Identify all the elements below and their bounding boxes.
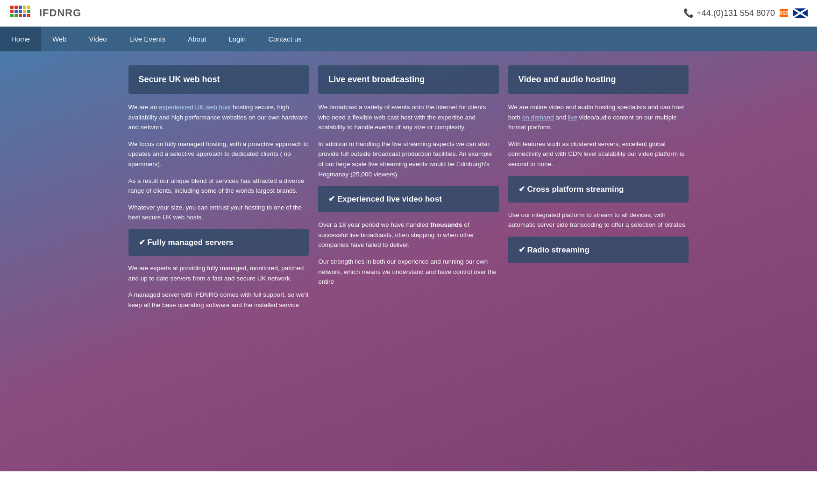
main-grid: Secure UK web host We are an experienced… <box>128 65 689 316</box>
live-events-p2: In addition to handling the live streami… <box>318 139 499 179</box>
nav-video[interactable]: Video <box>78 27 118 51</box>
svg-rect-11 <box>23 14 26 17</box>
svg-rect-3 <box>19 6 22 9</box>
svg-rect-2 <box>10 10 14 13</box>
nav-live-events[interactable]: Live Events <box>118 27 177 51</box>
main-nav: Home Web Video Live Events About Login C… <box>0 27 817 51</box>
fully-managed-header: ✔ Fully managed servers <box>128 229 309 256</box>
secure-web-p1: We are an experienced UK web host hostin… <box>128 102 309 133</box>
svg-rect-4 <box>19 10 22 13</box>
secure-web-header: Secure UK web host <box>128 65 309 94</box>
fully-managed-p2: A managed server with IFDNRG comes with … <box>128 290 309 310</box>
nav-about[interactable]: About <box>177 27 217 51</box>
on-demand-link[interactable]: on demand <box>522 114 554 121</box>
live-events-header: Live event broadcasting <box>318 65 499 94</box>
nav-web[interactable]: Web <box>41 27 78 51</box>
live-events-p1: We broadcast a variety of events onto th… <box>318 102 499 133</box>
col-secure-web: Secure UK web host We are an experienced… <box>128 65 309 316</box>
svg-rect-10 <box>19 14 22 17</box>
nav-home[interactable]: Home <box>0 27 41 51</box>
header-right: 📞 +44.(0)131 554 8070 RSS <box>683 8 808 18</box>
svg-rect-5 <box>14 10 18 13</box>
video-audio-p2: With features such as clustered servers,… <box>508 139 689 169</box>
logo-icon <box>9 5 36 21</box>
fully-managed-p1: We are experts at providing fully manage… <box>128 263 309 283</box>
col-live-events: Live event broadcasting We broadcast a v… <box>318 65 499 316</box>
svg-rect-1 <box>14 6 18 9</box>
video-audio-p1: We are online video and audio hosting sp… <box>508 102 689 133</box>
svg-rect-8 <box>10 14 14 17</box>
experienced-uk-web-host-link[interactable]: experienced UK web host <box>159 104 231 111</box>
site-header: IFDNRG 📞 +44.(0)131 554 8070 RSS <box>0 0 817 27</box>
svg-rect-12 <box>27 6 30 9</box>
svg-rect-13 <box>27 10 30 13</box>
secure-web-p2: We focus on fully managed hosting, with … <box>128 139 309 169</box>
phone-number: 📞 +44.(0)131 554 8070 <box>683 8 775 18</box>
cross-platform-header: ✔ Cross platform streaming <box>508 176 689 203</box>
rss-icon[interactable]: RSS <box>780 9 788 17</box>
logo-area: IFDNRG <box>9 5 81 21</box>
experienced-live-p2: Our strength lies in both our experience… <box>318 257 499 287</box>
svg-rect-14 <box>27 14 30 17</box>
live-link[interactable]: live <box>568 114 577 121</box>
svg-rect-6 <box>23 6 26 9</box>
video-audio-header: Video and audio hosting <box>508 65 689 94</box>
nav-contact[interactable]: Contact us <box>257 27 313 51</box>
secure-web-p3: As a result our unique blend of services… <box>128 176 309 196</box>
svg-rect-0 <box>10 6 14 9</box>
svg-rect-9 <box>14 14 18 17</box>
cross-platform-p1: Use our integrated platform to stream to… <box>508 210 689 230</box>
logo-text: IFDNRG <box>39 7 81 19</box>
radio-streaming-header: ✔ Radio streaming <box>508 237 689 263</box>
content-area: Secure UK web host We are an experienced… <box>0 51 817 471</box>
col-video-audio: Video and audio hosting We are online vi… <box>508 65 689 316</box>
scotland-flag-icon <box>793 8 808 18</box>
experienced-live-p1: Over a 18 year period we have handled th… <box>318 220 499 250</box>
secure-web-p4: Whatever your size, you can entrust your… <box>128 203 309 223</box>
experienced-live-header: ✔ Experienced live video host <box>318 186 499 212</box>
nav-login[interactable]: Login <box>217 27 257 51</box>
svg-rect-7 <box>23 10 26 13</box>
phone-icon: 📞 <box>683 8 694 18</box>
